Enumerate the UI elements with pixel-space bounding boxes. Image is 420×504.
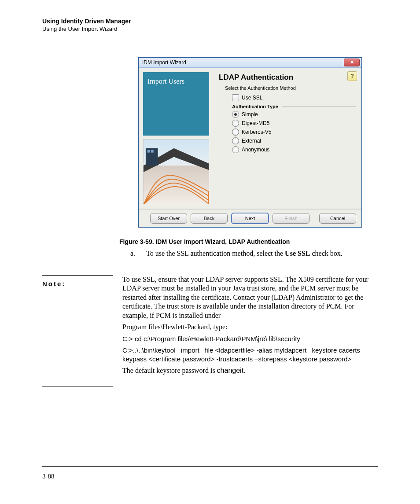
step-a: a. To use the SSL authentication method,… — [130, 250, 378, 258]
radio-digest[interactable] — [232, 120, 239, 127]
help-icon[interactable]: ? — [347, 71, 357, 81]
radio-anonymous[interactable] — [232, 146, 239, 153]
wizard-heading: LDAP Authentication — [219, 73, 356, 82]
note-label: Note: — [42, 275, 113, 378]
header-title: Using Identity Driven Manager — [42, 18, 378, 26]
start-over-button[interactable]: Start Over — [150, 213, 187, 224]
auth-option-kerberos[interactable]: Kerberos-V5 — [232, 129, 356, 136]
note-para1b: Program files\Hewlett-Packard, type: — [122, 323, 378, 331]
note-tail-bold: changeit — [217, 367, 244, 374]
note-para1: To use SSL, ensure that your LDAP server… — [122, 275, 378, 320]
note-body: To use SSL, ensure that your LDAP server… — [122, 275, 378, 378]
wizard-window-title: IDM Import Wizard — [142, 59, 344, 66]
use-ssl-label: Use SSL — [242, 95, 262, 101]
header-subtitle: Using the User Import Wizard — [42, 26, 378, 33]
use-ssl-row[interactable]: Use SSL — [232, 94, 356, 101]
step-bold: Use SSL — [285, 250, 310, 257]
use-ssl-checkbox[interactable] — [232, 94, 239, 101]
auth-option-digest[interactable]: Digest-MD5 — [232, 120, 356, 127]
radio-kerberos[interactable] — [232, 129, 239, 136]
wizard-side-title: Import Users — [143, 72, 209, 136]
radio-external-label: External — [242, 138, 261, 144]
note-cmd2: C:>..\..\bin\keytool –import –file <ldap… — [122, 346, 378, 364]
close-icon[interactable]: ✕ — [344, 59, 360, 66]
svg-rect-2 — [147, 150, 150, 152]
svg-rect-3 — [151, 150, 154, 152]
page-footer: 3-88 — [42, 466, 378, 480]
page-number: 3-88 — [42, 473, 55, 480]
note-cmd1: C:> cd c:\Program files\Hewlett-Packard\… — [122, 335, 378, 343]
page-header: Using Identity Driven Manager Using the … — [42, 18, 378, 33]
wizard-hint: Select the Authentication Method — [225, 85, 356, 91]
auth-type-label: Authentication Type — [232, 104, 278, 109]
radio-simple-label: Simple — [242, 111, 258, 118]
finish-button: Finish — [273, 213, 309, 224]
auth-option-anonymous[interactable]: Anonymous — [232, 146, 356, 153]
auth-option-simple[interactable]: Simple — [232, 111, 356, 118]
step-pre: To use the SSL authentication method, se… — [146, 250, 285, 257]
cancel-button[interactable]: Cancel — [319, 213, 356, 224]
radio-kerberos-label: Kerberos-V5 — [242, 129, 271, 135]
wizard-titlebar: IDM Import Wizard ✕ — [139, 58, 361, 68]
note-tail-pre: The default keystore password is — [122, 367, 217, 374]
radio-digest-label: Digest-MD5 — [242, 120, 269, 126]
radio-simple[interactable] — [232, 111, 239, 118]
step-post: check box. — [310, 250, 342, 257]
wizard-side-panel: Import Users — [139, 68, 214, 209]
figure-caption: Figure 3-59. IDM User Import Wizard, LDA… — [119, 238, 378, 245]
note-tail-post: . — [243, 367, 245, 374]
wizard-footer: Start Over Back Next Finish Cancel — [139, 209, 361, 227]
fieldset-line — [282, 106, 356, 107]
step-marker: a. — [130, 250, 138, 258]
auth-option-external[interactable]: External — [232, 137, 356, 144]
next-button[interactable]: Next — [231, 213, 269, 224]
radio-anonymous-label: Anonymous — [242, 147, 269, 153]
wizard-dialog: IDM Import Wizard ✕ Import Users — [138, 57, 362, 228]
radio-external[interactable] — [232, 137, 239, 144]
wizard-main-panel: ? LDAP Authentication Select the Authent… — [214, 68, 361, 209]
step-text: To use the SSL authentication method, se… — [146, 250, 343, 258]
note-tail: The default keystore password is changei… — [122, 366, 378, 375]
wizard-side-art — [143, 139, 209, 204]
back-button[interactable]: Back — [191, 213, 228, 224]
